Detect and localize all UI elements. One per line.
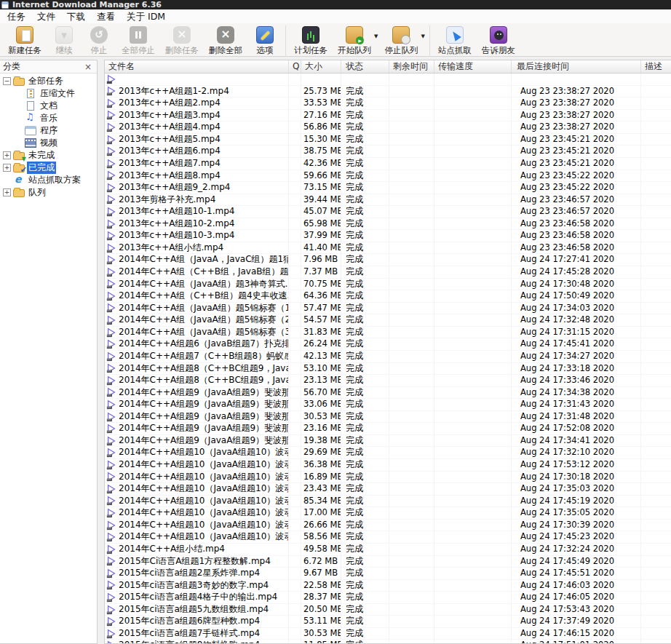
toolbar-button[interactable]: 删除全部 [204, 25, 247, 57]
menu-item[interactable]: 文件 [31, 9, 61, 23]
toolbar-button-label: 选项 [257, 45, 274, 56]
menu-item[interactable]: 任务 [1, 9, 31, 23]
status-cell: 完成 [341, 194, 389, 207]
table-row[interactable]: 2013年c++A组题2.mp4 33.53 MB 完成 Aug 23 23:3… [105, 98, 671, 110]
table-row[interactable]: 2014年C++A组题10（JavaA组题10）波动... 16.89 MB 完… [105, 472, 671, 484]
table-row[interactable]: 2014年C++A组（JavaA组）题5锦标赛（1... 57.47 MB 完成… [105, 303, 671, 315]
column-header[interactable]: 大小 [301, 60, 341, 73]
toolbar-button[interactable]: 选项 [247, 25, 282, 57]
column-header[interactable]: Q [289, 60, 301, 73]
table-row[interactable]: 2014年C++A组题10（JavaA组题10）波动... 17.00 MB 完… [105, 507, 671, 520]
menu-item[interactable]: 下载 [61, 9, 91, 23]
table-row[interactable]: 2013年c++A组题10-1.mp4 45.07 MB 完成 Aug 23 2… [105, 206, 671, 218]
time-left-cell [389, 459, 434, 472]
tree-item[interactable]: 压缩文件 [0, 87, 97, 100]
tree-expander-icon[interactable] [3, 77, 11, 85]
toolbar-button[interactable]: 新建任务 [3, 25, 47, 57]
tree-item[interactable]: 程序 [0, 124, 97, 137]
table-row[interactable]: 2014年C++A组（JavaA，JavaC组）题1猜... 7.96 MB 完… [105, 254, 671, 266]
table-row[interactable]: 2014年C++A组（JavaA组）题3神奇算式.... 70.75 MB 完成… [105, 279, 671, 291]
toolbar-button[interactable]: 删除任务 [160, 25, 204, 57]
toolbar-button[interactable]: 继续 [47, 25, 82, 57]
table-row[interactable]: 2015年ci语言a组题4格子中的输出.mp4 28.37 MB 完成 Aug … [105, 592, 671, 604]
table-row[interactable]: 2013年c++A组题10-3.mp4 37.99 MB 完成 Aug 23 2… [105, 230, 671, 242]
toolbar-button[interactable]: 计划任务 [285, 25, 333, 57]
dropdown-arrow-icon[interactable]: ▼ [420, 33, 425, 39]
tree-expander-icon[interactable] [3, 164, 11, 172]
panel-splitter[interactable] [98, 60, 104, 644]
file-name-cell: 2013年c++A组题3.mp4 [105, 110, 289, 122]
column-header[interactable]: 剩余时间 [389, 60, 434, 73]
table-row[interactable]: 2013年c++A组题4.mp4 56.86 MB 完成 Aug 23 23:3… [105, 122, 671, 134]
toolbar-button[interactable]: 告诉朋友 [477, 25, 520, 57]
table-row[interactable]: 2014年C++A组题10（JavaA组题10）波动... 85.34 MB 完… [105, 496, 671, 508]
table-row[interactable]: 2013年c++A组题3.mp4 27.16 MB 完成 Aug 23 23:3… [105, 110, 671, 122]
tree-item[interactable]: 已完成 [0, 162, 97, 174]
menu-item[interactable]: 查看 [91, 9, 121, 23]
table-row[interactable]: 2014年C++A组题10（JavaA组题10）波动... 36.38 MB 完… [105, 459, 671, 472]
table-row[interactable]: 2014年C++A组题9（JavaA组题9）斐波那... 30.53 MB 完成… [105, 411, 671, 424]
table-row[interactable]: 2015年ci语言a组题8饮料换购.mp4 11.85 MB 完成 Aug 24… [105, 640, 671, 643]
table-row[interactable]: 2013年c++A组题7.mp4 42.36 MB 完成 Aug 23 23:4… [105, 158, 671, 170]
table-row[interactable]: 2014年C++A组（C++B组，JavaB组）题2... 7.37 MB 完成… [105, 266, 671, 279]
column-header[interactable]: 文件名 [105, 60, 289, 73]
column-header[interactable]: 描述 [641, 60, 671, 73]
table-row[interactable]: 2014年C++A组题9（JavaA组题9）斐波那... 19.38 MB 完成… [105, 435, 671, 448]
table-row[interactable]: 2013年c++A组题9_2.mp4 73.15 MB 完成 Aug 23 23… [105, 182, 671, 194]
tree-item[interactable]: 音乐 [0, 112, 97, 124]
table-row[interactable]: 2015年ci语言a组题6牌型种数.mp4 53.11 MB 完成 Aug 24… [105, 616, 671, 628]
tree-item[interactable]: 文档 [0, 100, 97, 112]
file-name-cell: 2015年ci语言a组题3奇妙的数字.mp4 [105, 580, 289, 592]
close-icon[interactable]: × [82, 63, 94, 71]
table-row[interactable]: 2014年C++A组题8（C++BC组题9，JavaB... 23.13 MB … [105, 375, 671, 387]
tree-expander-icon[interactable] [3, 151, 11, 159]
toolbar-button[interactable]: 全部停止 [116, 25, 160, 57]
tree-item[interactable]: 未完成 [0, 149, 97, 162]
table-row[interactable]: 2013年c++A组题5.mp4 15.30 MB 完成 Aug 23 23:4… [105, 134, 671, 146]
tree-item[interactable]: 视频 [0, 137, 97, 149]
toolbar-button[interactable]: 停止队列 [379, 25, 423, 57]
table-row[interactable]: 2014年C++A组题7（C++B组题8）蚂蚁感... 42.13 MB 完成 … [105, 351, 671, 363]
column-header[interactable]: 状态 [341, 60, 389, 73]
table-row[interactable]: 2014年C++A组题6（JavaB组题7）扑克排... 26.24 MB 完成… [105, 338, 671, 351]
table-row[interactable]: 2013年c++A组题10-2.mp4 65.98 MB 完成 Aug 23 2… [105, 218, 671, 231]
table-row[interactable]: 2014年C++A组（JavaA组）题5锦标赛（3... 31.83 MB 完成… [105, 327, 671, 339]
table-row[interactable]: 2014年C++A组（JavaA组）题5锦标赛（2... 54.57 MB 完成… [105, 314, 671, 327]
column-header[interactable]: 传输速度 [434, 60, 512, 73]
table-row[interactable]: 2014年C++A组题10（JavaA组题10）波动... 23.43 MB 完… [105, 483, 671, 496]
table-row[interactable]: 2014年C++A组小结.mp4 49.58 MB 完成 Aug 24 17:3… [105, 544, 671, 556]
table-row[interactable]: 2014年C++A组题10（JavaA组题10）波动... 29.69 MB 完… [105, 447, 671, 459]
table-row[interactable]: 2015年ci语言a组题7手链样式.mp4 30.53 MB 完成 Aug 24… [105, 628, 671, 640]
table-row[interactable]: 2013年剪格子补充.mp4 39.44 MB 完成 Aug 23 23:46:… [105, 194, 671, 207]
table-row[interactable]: 2013年c++A组题6.mp4 38.75 MB 完成 Aug 23 23:4… [105, 146, 671, 158]
tree-item[interactable]: 站点抓取方案 [0, 174, 97, 186]
table-row[interactable]: 2014年C++A组题8（C++BC组题9，JavaB... 53.10 MB … [105, 363, 671, 375]
last-try-date-cell: Aug 23 23:45:21 2020 [512, 146, 641, 158]
menu-item[interactable]: 关于 IDM [121, 9, 171, 23]
toolbar-button[interactable]: 开始队列 [333, 25, 376, 57]
table-row[interactable]: 2013年c++A组题1-2.mp4 25.73 MB 完成 Aug 23 23… [105, 86, 671, 98]
dropdown-arrow-icon[interactable]: ▼ [373, 33, 378, 39]
file-name-cell: 2014年C++A组题10（JavaA组题10）波动... [105, 472, 289, 484]
toolbar-button[interactable]: 站点抓取 [429, 25, 477, 57]
table-row[interactable]: 2014年C++A组（C++B组）题4史丰收速... 64.36 MB 完成 A… [105, 290, 671, 303]
table-row[interactable]: 2013年c++A组小结.mp4 41.40 MB 完成 Aug 23 23:4… [105, 242, 671, 255]
table-row[interactable]: 2015年ci语言a组题3奇妙的数字.mp4 22.58 MB 完成 Aug 2… [105, 580, 671, 592]
table-row[interactable]: 2015年ci语言a组题2星系炸弹.mp4 9.67 MB 完成 Aug 24 … [105, 568, 671, 580]
toolbar-button[interactable]: 停止 [82, 25, 116, 57]
tree-item[interactable]: 全部任务 [0, 75, 97, 87]
table-row[interactable]: 2014年C++A组题10（JavaA组题10）波动... 26.66 MB 完… [105, 520, 671, 532]
file-name-cell: 2013年c++A组题10-1.mp4 [105, 206, 289, 218]
table-row[interactable]: 2015年Ci语言A组题1方程整数解.mp4 6.72 MB 完成 Aug 24… [105, 556, 671, 568]
tree-item[interactable]: 队列 [0, 186, 97, 199]
table-row-partial[interactable] [105, 73, 671, 86]
table-row[interactable]: 2014年C++A组题9（JavaA组题9）斐波那... 23.16 MB 完成… [105, 423, 671, 435]
table-row[interactable]: 2014年C++A组题9（JavaA组题9）斐波那... 56.70 MB 完成… [105, 387, 671, 399]
column-header[interactable]: 最后连接时间 [512, 60, 641, 73]
time-left-cell [389, 435, 434, 448]
table-row[interactable]: 2013年c++A组题8.mp4 59.66 MB 完成 Aug 23 23:4… [105, 170, 671, 183]
table-row[interactable]: 2014年C++A组题9（JavaA组题9）斐波那... 33.06 MB 完成… [105, 399, 671, 411]
table-row[interactable]: 2014年C++A组题10（JavaA组题10）波动... 58.56 MB 完… [105, 531, 671, 544]
tree-expander-icon[interactable] [3, 188, 11, 196]
table-row[interactable]: 2015年ci语言a组题5九数组数组.mp4 20.50 MB 完成 Aug 2… [105, 604, 671, 616]
